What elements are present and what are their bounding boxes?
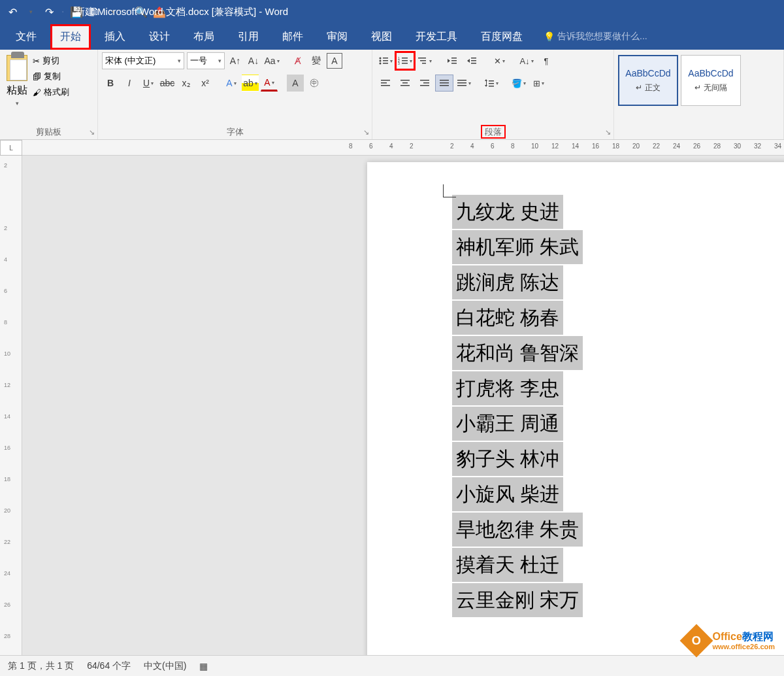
document-line[interactable]: 豹子头 林冲 bbox=[452, 442, 563, 476]
document-line[interactable]: 摸着天 杜迁 bbox=[452, 548, 563, 582]
superscript-button[interactable]: x² bbox=[197, 75, 214, 92]
character-border-button[interactable]: A bbox=[327, 53, 342, 69]
tab-view[interactable]: 视图 bbox=[362, 25, 401, 49]
tab-layout[interactable]: 布局 bbox=[184, 25, 223, 49]
document-line[interactable]: 跳涧虎 陈达 bbox=[452, 265, 563, 299]
svg-rect-19 bbox=[471, 60, 476, 61]
document-line[interactable]: 神机军师 朱武 bbox=[452, 230, 583, 264]
ruler-tick: 34 bbox=[774, 143, 781, 150]
document-line[interactable]: 白花蛇 杨春 bbox=[452, 301, 563, 335]
text-effects-button[interactable]: A bbox=[223, 75, 240, 92]
ruler-corner[interactable]: L bbox=[0, 140, 22, 156]
cut-button[interactable]: ✂ 剪切 bbox=[33, 55, 69, 67]
grow-font-button[interactable]: A↑ bbox=[227, 53, 243, 69]
ruler-tick: 28 bbox=[4, 633, 10, 639]
align-right-button[interactable] bbox=[416, 75, 434, 92]
tab-developer[interactable]: 开发工具 bbox=[406, 25, 466, 49]
paste-button[interactable]: 粘贴 ▾ bbox=[4, 52, 30, 109]
style-preview-normal: AaBbCcDd bbox=[625, 68, 670, 78]
subscript-button[interactable]: x₂ bbox=[178, 75, 195, 92]
ruler-tick: 4 bbox=[389, 143, 393, 150]
watermark-icon: O bbox=[680, 624, 713, 658]
character-shading-button[interactable]: A bbox=[287, 75, 304, 92]
clipboard-group-label: 剪贴板 bbox=[0, 124, 97, 139]
group-clipboard: 粘贴 ▾ ✂ 剪切 🗐 复制 🖌 格式刷 剪贴板 ↘ bbox=[0, 50, 98, 139]
underline-button[interactable]: U bbox=[140, 75, 157, 92]
svg-text:3: 3 bbox=[398, 61, 400, 65]
ruler-tick: 18 bbox=[4, 476, 10, 482]
svg-rect-20 bbox=[471, 63, 476, 64]
phonetic-guide-button[interactable]: 變 bbox=[308, 53, 324, 69]
svg-rect-16 bbox=[451, 60, 457, 61]
tab-file[interactable]: 文件 bbox=[7, 25, 46, 49]
align-distributed-button[interactable] bbox=[455, 75, 473, 92]
bold-button[interactable]: B bbox=[102, 75, 119, 92]
watermark-brand: Office教程网 bbox=[712, 631, 775, 643]
change-case-button[interactable]: Aa bbox=[264, 53, 280, 69]
paragraph-launcher[interactable]: ↘ bbox=[605, 128, 611, 137]
ruler-tick: 32 bbox=[754, 143, 761, 150]
svg-point-2 bbox=[380, 60, 382, 62]
document-line[interactable]: 小旋风 柴进 bbox=[452, 477, 563, 511]
enclose-characters-button[interactable]: ㊥ bbox=[306, 75, 323, 92]
clipboard-launcher[interactable]: ↘ bbox=[89, 128, 95, 137]
tab-home[interactable]: 开始 bbox=[51, 25, 90, 49]
document-viewport[interactable]: 九纹龙 史进神机军师 朱武跳涧虎 陈达白花蛇 杨春花和尚 鲁智深打虎将 李忠小霸… bbox=[22, 156, 784, 655]
line-spacing-button[interactable] bbox=[482, 75, 500, 92]
svg-rect-9 bbox=[402, 60, 408, 61]
document-line[interactable]: 旱地忽律 朱贵 bbox=[452, 513, 583, 547]
borders-button[interactable]: ⊞ bbox=[529, 75, 547, 92]
align-center-button[interactable] bbox=[396, 75, 414, 92]
shrink-font-button[interactable]: A↓ bbox=[246, 53, 261, 69]
align-left-button[interactable] bbox=[376, 75, 395, 92]
ruler-tick: 18 bbox=[612, 143, 619, 150]
status-words[interactable]: 64/64 个字 bbox=[87, 660, 131, 672]
decrease-indent-button[interactable] bbox=[443, 52, 461, 69]
tab-review[interactable]: 审阅 bbox=[318, 25, 357, 49]
italic-button[interactable]: I bbox=[121, 75, 138, 92]
font-color-button[interactable]: A bbox=[261, 75, 278, 92]
style-no-spacing[interactable]: AaBbCcDd ↵ 无间隔 bbox=[681, 55, 741, 106]
clear-formatting-button[interactable]: A̸ bbox=[290, 53, 306, 69]
show-marks-button[interactable]: ¶ bbox=[537, 52, 555, 69]
bullets-button[interactable] bbox=[376, 52, 395, 69]
ruler-tick: 22 bbox=[4, 539, 10, 545]
ruler-tick: 24 bbox=[673, 143, 680, 150]
vertical-ruler[interactable]: 2246810121416182022242628 bbox=[0, 156, 22, 655]
document-line[interactable]: 云里金刚 宋万 bbox=[452, 583, 583, 617]
format-painter-button[interactable]: 🖌 格式刷 bbox=[33, 86, 69, 98]
status-language[interactable]: 中文(中国) bbox=[144, 660, 186, 672]
numbering-button[interactable]: 123 bbox=[396, 52, 414, 69]
document-line[interactable]: 花和尚 鲁智深 bbox=[452, 336, 583, 370]
svg-rect-21 bbox=[381, 80, 390, 81]
document-line[interactable]: 九纹龙 史进 bbox=[452, 195, 563, 229]
tab-mailings[interactable]: 邮件 bbox=[273, 25, 312, 49]
copy-button[interactable]: 🗐 复制 bbox=[33, 71, 69, 82]
multilevel-list-button[interactable] bbox=[416, 52, 434, 69]
tab-design[interactable]: 设计 bbox=[140, 25, 179, 49]
group-font: 宋体 (中文正)▾ 一号▾ A↑ A↓ Aa A̸ 變 A B I U abc … bbox=[98, 50, 372, 139]
style-normal[interactable]: AaBbCcDd ↵ 正文 bbox=[618, 55, 678, 106]
asian-layout-button[interactable]: ✕ bbox=[490, 52, 508, 69]
tell-me-search[interactable]: 💡 告诉我您想要做什么... bbox=[544, 31, 647, 42]
tab-baidu[interactable]: 百度网盘 bbox=[472, 25, 532, 49]
strikethrough-button[interactable]: abc bbox=[159, 75, 176, 92]
tab-insert[interactable]: 插入 bbox=[95, 25, 135, 49]
svg-rect-35 bbox=[457, 85, 466, 86]
document-page[interactable]: 九纹龙 史进神机军师 朱武跳涧虎 陈达白花蛇 杨春花和尚 鲁智深打虎将 李忠小霸… bbox=[367, 162, 784, 655]
align-justify-button[interactable] bbox=[435, 75, 453, 92]
document-line[interactable]: 小霸王 周通 bbox=[452, 407, 563, 441]
sort-button[interactable]: A↓ bbox=[517, 52, 536, 69]
increase-indent-button[interactable] bbox=[463, 52, 481, 69]
svg-rect-14 bbox=[422, 63, 426, 64]
font-size-combo[interactable]: 一号▾ bbox=[187, 52, 225, 69]
font-name-combo[interactable]: 宋体 (中文正)▾ bbox=[102, 52, 184, 69]
highlight-button[interactable]: ab bbox=[242, 75, 259, 92]
horizontal-ruler[interactable]: 8642246810121416182022242628303234 bbox=[22, 140, 784, 156]
font-launcher[interactable]: ↘ bbox=[363, 128, 369, 137]
tab-references[interactable]: 引用 bbox=[229, 25, 268, 49]
status-macro-icon[interactable]: ▦ bbox=[199, 661, 208, 671]
status-page[interactable]: 第 1 页，共 1 页 bbox=[8, 660, 74, 672]
shading-button[interactable]: 🪣 bbox=[510, 75, 528, 92]
document-line[interactable]: 打虎将 李忠 bbox=[452, 371, 563, 405]
